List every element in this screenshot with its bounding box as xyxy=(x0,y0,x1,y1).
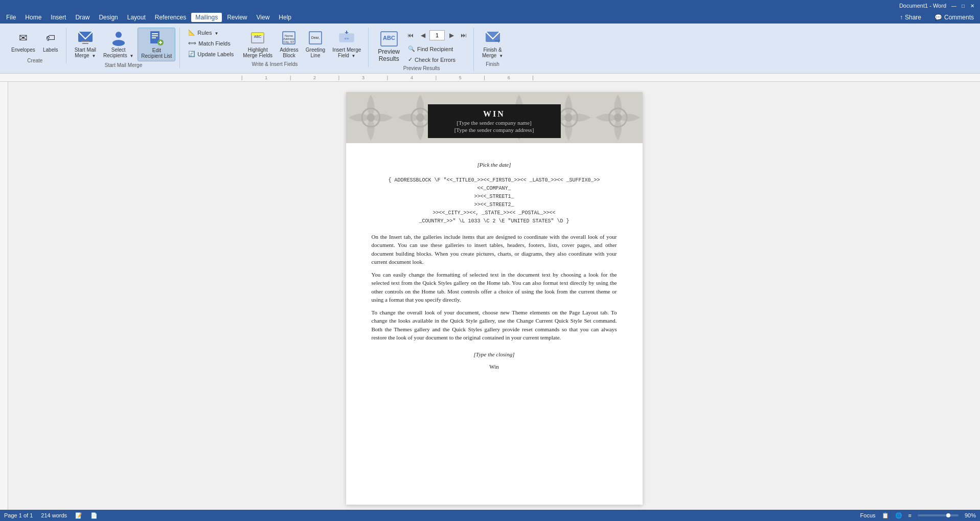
minimize-button[interactable]: — xyxy=(950,2,958,9)
menu-mailings[interactable]: Mailings xyxy=(191,13,222,22)
share-icon: ↑ xyxy=(900,14,903,21)
find-recipient-button[interactable]: 🔍 Find Recipient xyxy=(405,44,469,54)
main-area: WIN [Type the sender company name] [Type… xyxy=(0,82,980,515)
view-web-icon[interactable]: 🌐 xyxy=(895,512,902,515)
left-ruler xyxy=(0,82,8,515)
update-labels-label: Update Labels xyxy=(197,51,234,57)
zoom-level[interactable]: 90% xyxy=(965,512,976,515)
ribbon-group-write-insert: 📐 Rules ▼ ⟺ Match Fields 🔄 Update Labels… xyxy=(181,28,369,67)
menu-home[interactable]: Home xyxy=(21,13,45,22)
preview-results-group-label: Preview Results xyxy=(403,64,440,71)
ruler-inner: |1|2|3|4|5|6| xyxy=(239,75,536,80)
doc-sender-company: [Type the sender company name] xyxy=(443,120,545,126)
focus-button[interactable]: Focus xyxy=(860,512,876,515)
match-fields-icon: ⟺ xyxy=(188,40,196,47)
title-bar: Document1 - Word — □ ✕ xyxy=(0,0,980,11)
match-fields-label: Match Fields xyxy=(198,40,230,47)
view-outline-icon[interactable]: ≡ xyxy=(908,512,911,515)
finish-merge-icon xyxy=(485,30,501,46)
menu-references[interactable]: References xyxy=(151,13,190,22)
select-recipients-icon xyxy=(110,30,127,46)
finish-merge-button[interactable]: Finish &Merge ▼ xyxy=(479,28,506,60)
start-mail-merge-label: Start MailMerge ▼ xyxy=(75,47,96,58)
find-recipient-icon: 🔍 xyxy=(408,46,415,52)
ribbon-group-start-mail-merge: Start MailMerge ▼ SelectRecipients ▼ Edi… xyxy=(67,28,180,68)
rules-button[interactable]: 📐 Rules ▼ xyxy=(185,28,237,37)
greeting-line-icon: Dear, xyxy=(307,30,324,46)
doc-company-title: WIN xyxy=(443,109,545,119)
ribbon-group-create: ✉ Envelopes 🏷 Labels Create xyxy=(4,28,66,63)
ribbon-content: ✉ Envelopes 🏷 Labels Create Start MailMe… xyxy=(0,26,980,73)
select-recipients-label: SelectRecipients ▼ xyxy=(103,47,133,58)
doc-header-title-box: WIN [Type the sender company name] [Type… xyxy=(428,104,561,138)
update-labels-button[interactable]: 🔄 Update Labels xyxy=(185,49,237,59)
start-mail-merge-items: Start MailMerge ▼ SelectRecipients ▼ Edi… xyxy=(72,28,176,61)
check-for-errors-button[interactable]: ✓ Check for Errors xyxy=(405,55,469,64)
document-page: WIN [Type the sender company name] [Type… xyxy=(346,92,643,505)
maximize-button[interactable]: □ xyxy=(960,2,967,9)
menu-draw[interactable]: Draw xyxy=(71,13,94,22)
greeting-line-label: GreetingLine xyxy=(306,47,325,58)
start-mail-merge-button[interactable]: Start MailMerge ▼ xyxy=(72,28,99,60)
start-mail-merge-icon xyxy=(77,30,94,46)
doc-icon[interactable]: 📄 xyxy=(90,512,98,515)
match-fields-button[interactable]: ⟺ Match Fields xyxy=(185,38,237,48)
svg-rect-6 xyxy=(152,33,158,34)
menu-help[interactable]: Help xyxy=(275,13,295,22)
edit-recipient-list-button[interactable]: EditRecipient List xyxy=(138,28,175,61)
menu-review[interactable]: Review xyxy=(223,13,251,22)
share-button[interactable]: ↑ Share xyxy=(895,12,926,22)
preview-results-label: PreviewResults xyxy=(378,48,400,62)
comments-icon: 💬 xyxy=(935,14,942,21)
menu-file[interactable]: File xyxy=(2,13,20,22)
doc-header: WIN [Type the sender company name] [Type… xyxy=(346,92,643,143)
edit-recipient-list-icon xyxy=(148,30,165,47)
ribbon-group-finish: Finish &Merge ▼ Finish xyxy=(475,28,510,67)
nav-first-button[interactable]: ⏮ xyxy=(405,30,416,41)
address-block-button[interactable]: NameAddressCity, ST AddressBlock xyxy=(277,28,302,60)
find-recipient-label: Find Recipient xyxy=(417,46,453,52)
word-count: 214 words xyxy=(41,512,67,515)
menu-view[interactable]: View xyxy=(253,13,274,22)
doc-body[interactable]: [Pick the date] { ADDRESSBLOCK \F "<<_TI… xyxy=(346,143,643,381)
svg-point-4 xyxy=(112,40,125,46)
highlight-merge-fields-button[interactable]: ABC HighlightMerge Fields xyxy=(240,28,276,60)
menu-insert[interactable]: Insert xyxy=(47,13,70,22)
doc-closing: [Type the closing] xyxy=(372,350,617,359)
nav-last-button[interactable]: ⏭ xyxy=(458,30,469,41)
menu-layout[interactable]: Layout xyxy=(123,13,150,22)
svg-text:City, ST: City, ST xyxy=(284,40,294,43)
labels-button[interactable]: 🏷 Labels xyxy=(39,28,62,55)
nav-current-input[interactable] xyxy=(429,30,445,40)
greeting-line-button[interactable]: Dear, GreetingLine xyxy=(303,28,328,60)
svg-rect-7 xyxy=(152,35,158,36)
select-recipients-button[interactable]: SelectRecipients ▼ xyxy=(100,28,136,60)
check-for-errors-label: Check for Errors xyxy=(415,57,455,63)
nav-prev-button[interactable]: ◀ xyxy=(417,30,428,41)
start-mail-merge-group-label: Start Mail Merge xyxy=(105,61,142,68)
finish-group-label: Finish xyxy=(486,60,499,67)
view-print-icon[interactable]: 📋 xyxy=(882,512,889,515)
menu-design[interactable]: Design xyxy=(95,13,122,22)
insert-merge-field-button[interactable]: «» Insert MergeField ▼ xyxy=(329,28,364,60)
check-for-errors-icon: ✓ xyxy=(408,56,413,63)
preview-results-button[interactable]: ABC PreviewResults xyxy=(374,28,404,64)
proofing-icon[interactable]: 📝 xyxy=(75,512,82,515)
doc-sender-address: [Type the sender company address] xyxy=(443,127,545,133)
insert-merge-field-label: Insert MergeField ▼ xyxy=(332,47,361,58)
nav-next-button[interactable]: ▶ xyxy=(446,30,457,41)
labels-icon: 🏷 xyxy=(42,30,59,46)
zoom-slider[interactable] xyxy=(918,514,959,515)
rules-icon: 📐 xyxy=(188,29,195,36)
doc-container[interactable]: WIN [Type the sender company name] [Type… xyxy=(8,82,980,515)
close-button[interactable]: ✕ xyxy=(969,2,976,9)
svg-rect-2 xyxy=(82,43,88,44)
envelopes-button[interactable]: ✉ Envelopes xyxy=(8,28,38,55)
doc-paragraph-3: To change the overall look of your docum… xyxy=(372,308,617,342)
update-labels-icon: 🔄 xyxy=(188,51,195,57)
svg-text:«»: «» xyxy=(345,36,349,41)
write-insert-group-label: Write & Insert Fields xyxy=(252,60,298,67)
comments-button[interactable]: 💬 Comments xyxy=(930,12,978,22)
svg-text:Dear,: Dear, xyxy=(311,36,320,39)
address-block-icon: NameAddressCity, ST xyxy=(281,30,297,46)
